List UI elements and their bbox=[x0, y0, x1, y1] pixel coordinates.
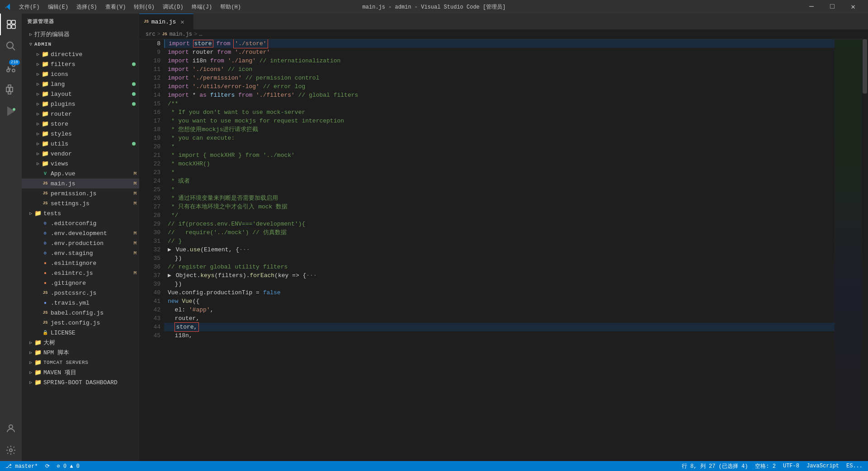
file-label-jest: jest.config.js bbox=[51, 320, 139, 326]
close-button[interactable]: ✕ bbox=[843, 0, 863, 14]
sidebar-item-plugins[interactable]: ▷ 📁 plugins bbox=[22, 99, 139, 109]
env-icon: ⚙ bbox=[42, 250, 49, 257]
encoding-status[interactable]: UTF-8 bbox=[781, 463, 801, 469]
indentation-status[interactable]: 空格: 2 bbox=[753, 462, 778, 470]
menu-view[interactable]: 查看(V) bbox=[102, 2, 130, 12]
activity-explorer[interactable] bbox=[0, 14, 22, 35]
activity-source-control[interactable]: 210 bbox=[0, 57, 22, 79]
js-icon: JS bbox=[42, 319, 49, 326]
sidebar-item-icons[interactable]: ▷ 📁 icons bbox=[22, 69, 139, 79]
activity-settings[interactable] bbox=[0, 439, 22, 461]
sidebar-item-editorconfig[interactable]: ▷ ⚙ .editorconfig bbox=[22, 218, 139, 228]
sidebar-item-views[interactable]: ▷ 📁 views bbox=[22, 159, 139, 169]
sidebar-item-directive[interactable]: ▷ 📁 directive bbox=[22, 49, 139, 59]
sidebar-item-tests[interactable]: ▷ 📁 tests bbox=[22, 208, 139, 218]
folder-icon: 📁 bbox=[34, 210, 42, 217]
sidebar-item-jest[interactable]: ▷ JS jest.config.js bbox=[22, 318, 139, 328]
sidebar-item-settings-js[interactable]: ▷ JS settings.js M bbox=[22, 198, 139, 208]
sidebar-item-layout[interactable]: ▷ 📁 layout bbox=[22, 89, 139, 99]
folder-label-tomcat: TOMCAT SERVERS bbox=[43, 360, 139, 365]
sidebar-item-license[interactable]: ▷ 🔒 LICENSE bbox=[22, 328, 139, 338]
code-line-23: * bbox=[164, 168, 835, 177]
language-mode-status[interactable]: JavaScript bbox=[805, 463, 841, 469]
sidebar-item-main-js[interactable]: ▷ JS main.js M bbox=[22, 179, 139, 188]
minimize-button[interactable]: ─ bbox=[801, 0, 822, 14]
line-num-24: 24 bbox=[144, 177, 160, 185]
folder-label-tests: tests bbox=[43, 210, 139, 217]
scrollbar-thumb[interactable] bbox=[863, 39, 867, 94]
sidebar-item-filters[interactable]: ▷ 📁 filters bbox=[22, 59, 139, 69]
svg-point-13 bbox=[13, 108, 15, 111]
sidebar-item-permission-js[interactable]: ▷ JS permission.js M bbox=[22, 188, 139, 198]
sidebar-item-eslintignore[interactable]: ▷ ● .eslintignore bbox=[22, 258, 139, 268]
folder-label-directive: directive bbox=[51, 51, 139, 58]
tab-main-js[interactable]: JS main.js ✕ bbox=[139, 14, 193, 29]
activity-accounts[interactable] bbox=[0, 418, 22, 439]
menu-help[interactable]: 帮助(H) bbox=[217, 2, 245, 12]
tab-close-button[interactable]: ✕ bbox=[179, 18, 186, 25]
sidebar-item-utils[interactable]: ▷ 📁 utils bbox=[22, 139, 139, 149]
comment-17: * you want to use mockjs for request int… bbox=[168, 117, 344, 125]
sidebar-item-router[interactable]: ▷ 📁 router bbox=[22, 109, 139, 119]
titlebar-left: 文件(F) 编辑(E) 选择(S) 查看(V) 转到(G) 调试(D) 终端(J… bbox=[5, 2, 245, 12]
extra-status[interactable]: ES... bbox=[844, 463, 864, 469]
activity-run[interactable] bbox=[0, 100, 22, 122]
menu-terminal[interactable]: 终端(J) bbox=[188, 2, 216, 12]
sidebar-item-gitignore[interactable]: ▷ ● .gitignore bbox=[22, 278, 139, 288]
sidebar-item-vendor[interactable]: ▷ 📁 vendor bbox=[22, 149, 139, 159]
sidebar-item-tomcat[interactable]: ▷ 📁 TOMCAT SERVERS bbox=[22, 358, 139, 367]
sidebar-content[interactable]: ▷ 打开的编辑器 ▽ ADMIN ▷ 📁 directive ▷ 📁 filte… bbox=[22, 29, 139, 461]
error-warning-status[interactable]: ⊘ 0 ▲ 0 bbox=[55, 463, 81, 470]
menu-goto[interactable]: 转到(G) bbox=[130, 2, 158, 12]
sidebar-item-maven[interactable]: ▷ 📁 MAVEN 项目 bbox=[22, 367, 139, 377]
sidebar-item-env-staging[interactable]: ▷ ⚙ .env.staging M bbox=[22, 248, 139, 258]
sidebar-item-npm[interactable]: ▷ 📁 NPM 脚本 bbox=[22, 348, 139, 358]
git-branch-status[interactable]: ⎇ master* bbox=[4, 463, 40, 470]
menu-select[interactable]: 选择(S) bbox=[73, 2, 101, 12]
code-line-12: import './permission' // permission cont… bbox=[164, 74, 835, 82]
tabs-bar: JS main.js ✕ bbox=[139, 14, 868, 29]
folder-icon: 📁 bbox=[42, 110, 49, 118]
breadcrumb-file[interactable]: main.js bbox=[170, 31, 192, 38]
activity-extensions[interactable] bbox=[0, 79, 22, 100]
sidebar-item-eslintrc[interactable]: ▷ ● .eslintrc.js M bbox=[22, 268, 139, 278]
sidebar-item-env-dev[interactable]: ▷ ⚙ .env.development M bbox=[22, 228, 139, 238]
folder-arrow-icon: ▷ bbox=[34, 71, 42, 78]
cursor-position-status[interactable]: 行 8, 列 27 (已选择 4) bbox=[680, 462, 750, 470]
sidebar-item-store[interactable]: ▷ 📁 store bbox=[22, 119, 139, 129]
sidebar-item-dashu[interactable]: ▷ 📁 大树 bbox=[22, 338, 139, 348]
sidebar-section-open-editors[interactable]: ▷ 打开的编辑器 bbox=[22, 29, 139, 39]
modified-badge: M bbox=[133, 270, 137, 276]
sidebar-item-babel[interactable]: ▷ JS babel.config.js bbox=[22, 308, 139, 318]
editor-scrollbar[interactable] bbox=[862, 39, 868, 461]
code-line-13: import './utils/error-log' // error log bbox=[164, 82, 835, 91]
i18n-prop: i18n, bbox=[168, 331, 193, 340]
code-content[interactable]: import store from './store' import route… bbox=[164, 39, 835, 461]
keyword-import: import bbox=[168, 91, 193, 99]
menu-debug[interactable]: 调试(D) bbox=[159, 2, 187, 12]
modified-badge: M bbox=[133, 231, 137, 236]
var-i18n: i18n bbox=[193, 57, 210, 65]
menu-file[interactable]: 文件(F) bbox=[15, 2, 43, 12]
folder-label-plugins: plugins bbox=[51, 101, 132, 108]
breadcrumb-context[interactable]: … bbox=[199, 31, 202, 38]
store-prop-box bbox=[168, 323, 175, 331]
sidebar-item-lang[interactable]: ▷ 📁 lang bbox=[22, 79, 139, 89]
sidebar-item-spring[interactable]: ▷ 📁 SPRING-BOOT DASHBOARD bbox=[22, 377, 139, 387]
activity-search[interactable] bbox=[0, 35, 22, 57]
comment-jsdoc-start: /** bbox=[168, 99, 178, 108]
sidebar-item-postcssrc[interactable]: ▷ JS .postcssrc.js bbox=[22, 288, 139, 298]
sidebar-item-styles[interactable]: ▷ 📁 styles bbox=[22, 129, 139, 139]
search-icon bbox=[5, 41, 16, 52]
code-line-37: ▶ Object. keys (filters). forEach (key =… bbox=[164, 271, 835, 280]
sidebar-item-env-prod[interactable]: ▷ ⚙ .env.production M bbox=[22, 238, 139, 248]
maximize-button[interactable]: □ bbox=[822, 0, 843, 14]
line-num-32: 32 bbox=[144, 245, 160, 254]
line-num-29: 29 bbox=[144, 220, 160, 228]
sidebar-section-admin[interactable]: ▽ ADMIN bbox=[22, 39, 139, 49]
menu-edit[interactable]: 编辑(E) bbox=[44, 2, 72, 12]
sidebar-item-travis[interactable]: ▷ ● .travis.yml bbox=[22, 298, 139, 308]
sync-status[interactable]: ⟳ bbox=[43, 463, 52, 470]
sidebar-item-app-vue[interactable]: ▷ V App.vue M bbox=[22, 169, 139, 179]
breadcrumb-src[interactable]: src bbox=[146, 31, 156, 38]
